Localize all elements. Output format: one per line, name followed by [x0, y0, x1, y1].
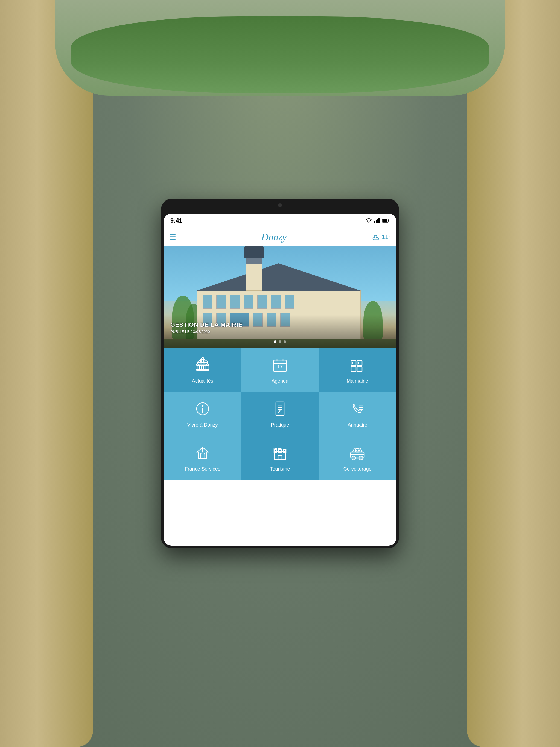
castle-icon [271, 443, 289, 462]
svg-rect-5 [383, 219, 387, 222]
svg-rect-1 [376, 221, 377, 223]
svg-text:17: 17 [277, 364, 283, 369]
app-logo: Donzy [261, 231, 286, 243]
status-time: 9:41 [170, 217, 182, 224]
svg-rect-14 [206, 365, 208, 370]
status-icons [365, 218, 390, 223]
svg-rect-41 [279, 449, 281, 453]
tablet-device: 9:41 [161, 199, 399, 548]
menu-label-actualites: Actualités [192, 378, 213, 384]
hero-caption: GESTION DE LA MAIRIE PUBLIÉ LE 23/03/202… [170, 321, 242, 334]
svg-rect-3 [378, 218, 380, 223]
house-flag-icon [193, 443, 212, 462]
phone-book-icon [348, 399, 367, 418]
svg-rect-31 [276, 402, 284, 416]
menu-label-annuaire: Annuaire [348, 422, 367, 428]
dot-1 [274, 340, 276, 343]
svg-rect-22 [351, 361, 356, 366]
menu-icon[interactable]: ☰ [169, 232, 176, 241]
hero-date: PUBLIÉ LE 23/03/2020 [170, 330, 242, 334]
tablet-screen: 9:41 [164, 213, 396, 546]
menu-label-covoiturage: Co-voiturage [343, 466, 372, 472]
main-menu-grid: Actualités 17 Agenda [164, 347, 396, 480]
tower-dome [244, 247, 264, 258]
weather-widget: 11° [372, 233, 391, 241]
menu-item-vivre[interactable]: Vivre à Donzy [164, 391, 241, 436]
main-roof [197, 263, 361, 291]
status-bar: 9:41 [164, 213, 396, 228]
menu-label-tourisme: Tourisme [270, 466, 290, 472]
menu-item-actualites[interactable]: Actualités [164, 347, 241, 391]
info-icon [193, 399, 212, 418]
signal-icon [374, 218, 380, 223]
svg-rect-45 [278, 455, 282, 460]
mairie-icon [348, 355, 367, 374]
checklist-icon [271, 399, 289, 418]
carousel-dots [274, 340, 286, 343]
svg-rect-24 [351, 367, 356, 371]
weather-icon [372, 233, 380, 241]
menu-label-france-services: France Services [185, 466, 221, 472]
tower [246, 258, 262, 291]
svg-rect-2 [377, 219, 378, 223]
carpool-icon [348, 443, 367, 462]
svg-point-59 [355, 449, 357, 451]
menu-item-france-services[interactable]: France Services [164, 436, 241, 480]
svg-point-60 [358, 449, 360, 451]
menu-label-pratique: Pratique [271, 422, 289, 428]
svg-rect-23 [357, 361, 362, 366]
dot-2 [279, 340, 281, 343]
menu-item-tourisme[interactable]: Tourisme [241, 436, 319, 480]
svg-point-16 [202, 357, 204, 360]
menu-item-agenda[interactable]: 17 Agenda [241, 347, 319, 391]
svg-rect-25 [357, 367, 362, 371]
menu-item-pratique[interactable]: Pratique [241, 391, 319, 436]
menu-label-vivre: Vivre à Donzy [187, 422, 218, 428]
menu-item-covoiturage[interactable]: Co-voiturage [319, 436, 396, 480]
app-header: ☰ Donzy 11° [164, 228, 396, 247]
arch-right [467, 0, 560, 747]
battery-icon [382, 218, 390, 223]
menu-item-annuaire[interactable]: Annuaire [319, 391, 396, 436]
arch-left [0, 0, 93, 747]
hero-title: GESTION DE LA MAIRIE [170, 321, 242, 328]
menu-item-mairie[interactable]: Ma mairie [319, 347, 396, 391]
wifi-icon [365, 218, 372, 223]
calendar-icon: 17 [271, 355, 289, 374]
svg-rect-0 [374, 222, 376, 223]
trees-background [71, 17, 489, 93]
svg-point-30 [202, 405, 203, 406]
menu-label-agenda: Agenda [272, 378, 288, 384]
hero-banner: GESTION DE LA MAIRIE PUBLIÉ LE 23/03/202… [164, 247, 396, 347]
dot-3 [284, 340, 286, 343]
temperature-display: 11° [382, 233, 391, 241]
menu-label-mairie: Ma mairie [347, 378, 368, 384]
svg-rect-12 [197, 365, 199, 370]
camera-notch [278, 203, 282, 207]
news-icon [193, 355, 212, 374]
